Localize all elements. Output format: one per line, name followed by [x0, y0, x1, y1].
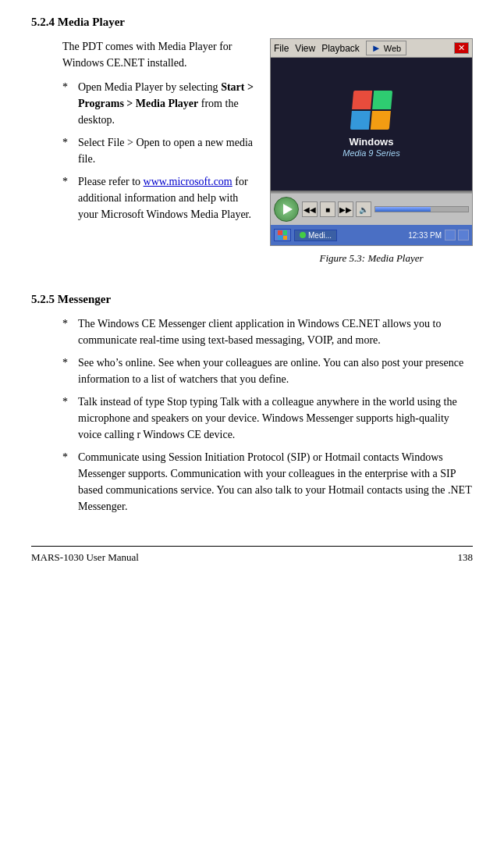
bullet-star-525-4: *: [62, 449, 78, 515]
mp-volume-fill: [375, 207, 431, 212]
footer-right: 138: [458, 551, 474, 564]
mp-sw4: [283, 236, 288, 241]
bullet-item-525-1: * The Windows CE Messenger client applic…: [62, 315, 473, 348]
mp-task-name: Medi...: [308, 231, 332, 240]
mp-web-label: Web: [384, 44, 401, 53]
bullet-list-525: * The Windows CE Messenger client applic…: [62, 315, 473, 515]
mp-volume-control: [374, 206, 469, 212]
intro-text: The PDT comes with Media Player for Wind…: [62, 38, 254, 71]
mp-ctrl-buttons: ◀◀ ■ ▶▶ 🔈: [302, 201, 371, 217]
win-text-group: Windows Media 9 Series: [343, 136, 399, 158]
bullet-content-3: Please refer to www.microsoft.com for ad…: [78, 173, 254, 223]
mp-sw1: [278, 230, 282, 235]
win-flag-q2: [372, 91, 392, 109]
mp-menubar: File View Playback ► Web ✕: [271, 39, 472, 58]
mp-tray-area: 12:33 PM: [408, 230, 469, 241]
mp-web-button[interactable]: ► Web: [366, 41, 406, 55]
mp-menu-file[interactable]: File: [274, 43, 289, 54]
bullet-star-2: *: [62, 134, 78, 167]
microsoft-link[interactable]: www.microsoft.com: [144, 176, 232, 187]
mp-frame: File View Playback ► Web ✕: [270, 38, 473, 246]
bullet-item-2: * Select File > Open to open a new media…: [62, 134, 254, 167]
mp-tray-icon-2: [458, 230, 469, 241]
mp-start-win-logo: [278, 230, 287, 240]
mp-web-arrow-icon: ►: [371, 42, 382, 54]
bold-start-programs: Start > Pro­grams > Media Player: [78, 81, 254, 109]
mp-close-button[interactable]: ✕: [454, 42, 469, 54]
mp-tray-icon-1: [445, 230, 456, 241]
mp-tray-icons: [445, 230, 469, 241]
bullet-item-525-2: * See who’s online. See when your collea…: [62, 355, 473, 387]
mp-taskbar: Medi... 12:33 PM: [271, 225, 472, 245]
mp-play-icon: [283, 204, 293, 215]
mp-screen: Windows Media 9 Series: [271, 58, 472, 191]
bullet-content-525-2: See who’s online. See when your colleagu…: [78, 355, 473, 387]
bullet-star-3: *: [62, 173, 78, 223]
windows-flag-logo: [350, 91, 392, 130]
text-column: The PDT comes with Media Player for Wind…: [31, 38, 254, 277]
bullet-list-524: * Open Media Player by selecting Start >…: [62, 79, 254, 223]
bullet-content-1: Open Media Player by selecting Start > P…: [78, 79, 254, 128]
bullet-star-1: *: [62, 79, 78, 128]
section-525: 5.2.5 Messenger * The Windows CE Messeng…: [31, 293, 473, 515]
section-525-heading: 5.2.5 Messenger: [31, 293, 473, 306]
mp-screen-inner: Windows Media 9 Series: [271, 58, 472, 191]
mp-sw3: [278, 236, 282, 241]
win-flag-q1: [352, 91, 372, 109]
windows-media-logo: Windows Media 9 Series: [343, 91, 399, 158]
win-label-line1: Windows: [343, 136, 399, 148]
bullet-star-525-1: *: [62, 315, 78, 348]
bullet-item-1: * Open Media Player by selecting Start >…: [62, 79, 254, 128]
mp-next-button[interactable]: ▶▶: [338, 201, 353, 217]
win-flag-q3: [350, 111, 371, 130]
bullet-content-2: Select File > Open to open a new media f…: [78, 134, 254, 167]
win-label-line2: Media 9 Series: [343, 148, 399, 158]
bullet-content-525-1: The Windows CE Messenger client applicat…: [78, 315, 473, 348]
bullet-item-525-3: * Talk instead of type Stop typing Talk …: [62, 394, 473, 443]
media-player-screenshot: File View Playback ► Web ✕: [270, 38, 473, 277]
mp-task-label[interactable]: Medi...: [294, 230, 337, 241]
mp-volume-bar[interactable]: [374, 206, 469, 212]
bullet-star-525-3: *: [62, 394, 78, 443]
mp-start-button[interactable]: [274, 229, 291, 241]
page-footer: MARS-1030 User Manual 138: [31, 546, 473, 564]
bullet-star-525-2: *: [62, 355, 78, 387]
bullet-content-525-4: Communicate using Session Initiation Pro…: [78, 449, 473, 515]
figure-caption: Figure 5.3: Media Player: [270, 252, 473, 265]
mp-menu-playback[interactable]: Playback: [321, 43, 360, 54]
mp-play-button[interactable]: [274, 197, 299, 222]
section-524: 5.2.4 Media Player The PDT comes with Me…: [31, 16, 473, 277]
bullet-content-525-3: Talk instead of type Stop typing Talk wi…: [78, 394, 473, 443]
mp-mute-button[interactable]: 🔈: [356, 201, 371, 217]
mp-controls: ◀◀ ■ ▶▶ 🔈: [271, 194, 472, 225]
mp-prev-button[interactable]: ◀◀: [302, 201, 318, 217]
bullet-item-3: * Please refer to www.microsoft.com for …: [62, 173, 254, 223]
bullet-item-525-4: * Communicate using Session Initiation P…: [62, 449, 473, 515]
footer-left: MARS-1030 User Manual: [31, 551, 139, 564]
section-524-heading: 5.2.4 Media Player: [31, 16, 473, 29]
mp-stop-button[interactable]: ■: [320, 201, 335, 217]
mp-active-dot: [300, 232, 306, 238]
mp-clock: 12:33 PM: [408, 231, 442, 240]
mp-menu-view[interactable]: View: [295, 43, 315, 54]
win-flag-q4: [371, 111, 391, 130]
mp-sw2: [283, 230, 288, 235]
